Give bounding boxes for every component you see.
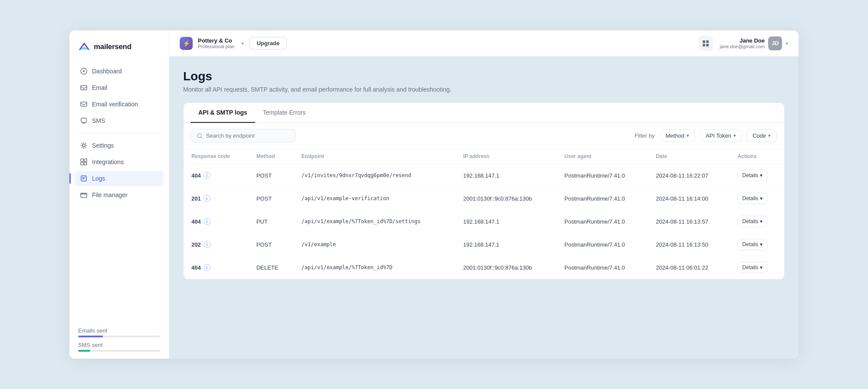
user-info: Jane Doe jane.doe@gmail.com [720, 37, 765, 49]
details-button-1[interactable]: Details ▾ [737, 193, 767, 204]
sidebar-label-integrations: Integrations [92, 158, 124, 165]
tabs-container: API & SMTP logs Template Errors [184, 103, 784, 123]
cell-actions-3: Details ▾ [730, 233, 784, 256]
cell-ip-0: 192.168.147.1 [455, 164, 556, 187]
info-icon-1[interactable]: i [204, 195, 210, 202]
svg-rect-13 [706, 40, 709, 43]
content-area: Logs Monitor all API requests, SMTP acti… [169, 56, 799, 359]
svg-rect-6 [81, 159, 83, 162]
topbar: ⚡ Pottery & Co Professional plan ▾ Upgra… [169, 30, 799, 56]
sms-icon [80, 117, 88, 125]
filter-by-label: Filter by [635, 132, 654, 139]
cell-actions-1: Details ▾ [730, 187, 784, 210]
settings-icon [80, 142, 88, 149]
sidebar-item-sms[interactable]: SMS [75, 113, 164, 129]
user-area[interactable]: Jane Doe jane.doe@gmail.com JD ▾ [720, 36, 789, 50]
table-row: 404 i POST /v1/invites/9dnxr7qvdqg6pm0e/… [184, 164, 784, 187]
svg-rect-14 [703, 44, 705, 46]
svg-rect-3 [81, 102, 87, 106]
api-token-filter-button[interactable]: API Token ▾ [700, 129, 742, 142]
info-icon-2[interactable]: i [204, 218, 210, 225]
cell-code-3: 202 i [184, 233, 249, 256]
cell-date-2: 2024-08-11 16:13:57 [648, 210, 730, 233]
sidebar-item-logs[interactable]: Logs [75, 171, 164, 186]
cell-date-1: 2024-08-11 16:14:00 [648, 187, 730, 210]
cell-method-2: PUT [249, 210, 294, 233]
file-manager-icon [80, 191, 88, 199]
search-input[interactable] [206, 132, 290, 139]
sidebar-item-settings[interactable]: Settings [75, 138, 164, 153]
cell-date-4: 2024-08-11 06:01:22 [648, 256, 730, 279]
workspace-name: Pottery & Co [198, 37, 234, 44]
grid-apps-button[interactable] [698, 36, 713, 51]
cell-code-2: 404 i [184, 210, 249, 233]
col-date: Date [648, 149, 730, 164]
cell-agent-1: PostmanRuntime/7.41.0 [557, 187, 648, 210]
avatar-initials: JD [772, 40, 779, 46]
page-description: Monitor all API requests, SMTP activity,… [183, 86, 785, 93]
table-body: 404 i POST /v1/invites/9dnxr7qvdqg6pm0e/… [184, 164, 784, 279]
sidebar-label-file-manager: File manager [92, 191, 128, 198]
cell-code-1: 201 i [184, 187, 249, 210]
user-menu-chevron-icon: ▾ [786, 40, 788, 46]
sidebar-label-logs: Logs [92, 175, 105, 182]
sidebar-item-email-verification[interactable]: Email verification [75, 96, 164, 112]
cell-agent-2: PostmanRuntime/7.41.0 [557, 210, 648, 233]
sms-progress-fill [78, 350, 90, 352]
logs-table-container: Response code Method Endpoint IP address… [184, 149, 784, 279]
tab-api-smtp[interactable]: API & SMTP logs [191, 103, 255, 123]
info-icon-0[interactable]: i [204, 172, 210, 179]
active-indicator [69, 173, 71, 184]
cell-ip-3: 192.168.147.1 [455, 233, 556, 256]
table-row: 404 i DELETE /api/v1/example/%7Token_id%… [184, 256, 784, 279]
cell-date-0: 2024-08-11 16:22:07 [648, 164, 730, 187]
code-filter-button[interactable]: Code ▾ [747, 129, 776, 142]
sidebar-bottom: Emails sent SMS sent [69, 322, 169, 352]
svg-rect-7 [84, 159, 87, 162]
integrations-icon [80, 158, 88, 166]
sidebar-item-email[interactable]: Email [75, 80, 164, 96]
logs-card: API & SMTP logs Template Errors Filter b… [183, 102, 785, 280]
svg-rect-4 [81, 118, 86, 122]
table-row: 201 i POST /api/v1/example-verification … [184, 187, 784, 210]
topbar-left: ⚡ Pottery & Co Professional plan ▾ Upgra… [180, 37, 287, 50]
details-chevron-icon-2: ▾ [760, 218, 763, 224]
method-filter-button[interactable]: Method ▾ [660, 129, 695, 142]
cell-endpoint-4: /api/v1/example/%7Token_id%7D [294, 256, 456, 279]
filters-row: Filter by Method ▾ API Token ▾ Code ▾ [184, 123, 784, 149]
workspace-icon: ⚡ [180, 37, 193, 50]
details-button-2[interactable]: Details ▾ [737, 216, 767, 227]
user-name: Jane Doe [720, 37, 765, 44]
details-chevron-icon-0: ▾ [760, 172, 763, 178]
cell-endpoint-1: /api/v1/example-verification [294, 187, 456, 210]
cell-endpoint-2: /api/v1/example/%7Token_id%7D/settings [294, 210, 456, 233]
col-method: Method [249, 149, 294, 164]
workspace-chevron-icon[interactable]: ▾ [241, 40, 244, 46]
sidebar: mailersend Dashboard Email [69, 30, 169, 359]
svg-rect-2 [81, 86, 87, 90]
col-ip: IP address [455, 149, 556, 164]
info-icon-3[interactable]: i [204, 241, 210, 248]
info-icon-4[interactable]: i [204, 264, 210, 271]
sidebar-item-dashboard[interactable]: Dashboard [75, 63, 164, 79]
sidebar-item-file-manager[interactable]: File manager [75, 187, 164, 203]
sidebar-label-sms: SMS [92, 117, 105, 124]
workspace-plan: Professional plan [198, 44, 234, 49]
cell-agent-0: PostmanRuntime/7.41.0 [557, 164, 648, 187]
cell-date-3: 2024-08-11 16:13:50 [648, 233, 730, 256]
email-verification-icon [80, 100, 88, 108]
details-button-0[interactable]: Details ▾ [737, 170, 767, 181]
details-button-3[interactable]: Details ▾ [737, 239, 767, 250]
col-response-code: Response code [184, 149, 249, 164]
details-button-4[interactable]: Details ▾ [737, 262, 767, 273]
upgrade-button[interactable]: Upgrade [249, 37, 287, 49]
tab-template-errors[interactable]: Template Errors [255, 103, 314, 123]
cell-ip-2: 192.168.147.1 [455, 210, 556, 233]
logo-icon [78, 41, 90, 53]
sms-sent-label: SMS sent [78, 342, 160, 348]
emails-progress-fill [78, 336, 103, 337]
table-row: 404 i PUT /api/v1/example/%7Token_id%7D/… [184, 210, 784, 233]
workspace-info: Pottery & Co Professional plan [198, 37, 234, 49]
sidebar-item-integrations[interactable]: Integrations [75, 154, 164, 170]
search-box[interactable] [191, 129, 296, 142]
